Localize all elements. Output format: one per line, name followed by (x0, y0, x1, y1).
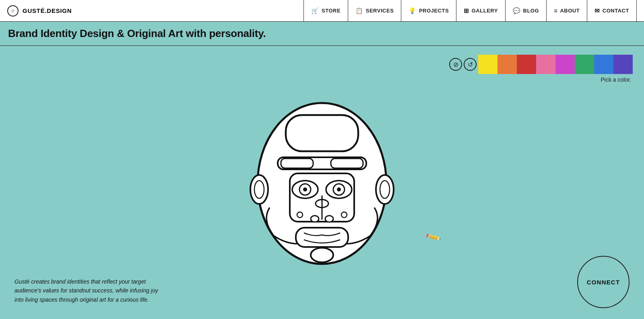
nav-projects[interactable]: 💡 PROJECTS (401, 0, 456, 22)
swatch-green[interactable] (575, 55, 594, 74)
svg-point-16 (297, 212, 303, 218)
navbar: ○ GUSTÉ.DESIGN 🛒 STORE 📋 SERVICES 💡 PROJ… (0, 0, 644, 22)
contact-icon: ✉ (594, 7, 600, 14)
reset-color-button[interactable]: ↺ (464, 58, 477, 71)
svg-point-9 (303, 187, 307, 191)
blog-icon: 💬 (513, 7, 521, 14)
svg-rect-1 (286, 115, 358, 151)
swatch-yellow[interactable] (478, 55, 497, 74)
logo-area: ○ GUSTÉ.DESIGN (7, 5, 72, 16)
color-controls: ⊘ ↺ (449, 55, 633, 74)
swatch-red[interactable] (517, 55, 536, 74)
nav-links: 🛒 STORE 📋 SERVICES 💡 PROJECTS ⊞ GALLERY … (303, 0, 637, 21)
svg-point-11 (337, 187, 341, 191)
tagline-bar: Brand Identity Design & Original Art wit… (0, 22, 644, 46)
svg-rect-4 (331, 158, 363, 168)
svg-point-23 (380, 181, 390, 198)
svg-point-21 (254, 181, 264, 198)
face-illustration (237, 71, 407, 296)
nav-gallery[interactable]: ⊞ GALLERY (456, 0, 505, 22)
nav-blog[interactable]: 💬 BLOG (505, 0, 546, 22)
store-icon: 🛒 (311, 7, 319, 14)
color-swatches (478, 55, 633, 74)
connect-button[interactable]: CONNECT (577, 256, 630, 308)
about-icon: ≡ (554, 7, 557, 14)
pencil-cursor-icon: ✏️ (424, 228, 442, 246)
services-icon: 📋 (355, 7, 363, 14)
nav-contact[interactable]: ✉ CONTACT (587, 0, 637, 22)
nav-about[interactable]: ≡ ABOUT (546, 0, 587, 22)
svg-point-17 (341, 212, 347, 218)
nav-store[interactable]: 🛒 STORE (303, 0, 348, 22)
projects-icon: 💡 (409, 7, 417, 14)
hero-section: ⊘ ↺ Pick a color. (0, 46, 644, 319)
swatch-blue[interactable] (594, 55, 613, 74)
no-color-button[interactable]: ⊘ (449, 58, 462, 71)
brand-name: GUSTÉ.DESIGN (23, 7, 72, 14)
tagline: Brand Identity Design & Original Art wit… (8, 27, 636, 40)
pick-color-label: Pick a color. (601, 76, 631, 83)
svg-point-19 (311, 248, 333, 262)
nav-services[interactable]: 📋 SERVICES (348, 0, 401, 22)
swatch-purple[interactable] (613, 55, 633, 74)
svg-point-14 (311, 216, 319, 222)
svg-rect-18 (296, 228, 348, 247)
logo-icon: ○ (7, 5, 19, 16)
svg-point-15 (325, 216, 333, 222)
swatch-pink[interactable] (536, 55, 555, 74)
gallery-icon: ⊞ (464, 7, 469, 14)
swatch-magenta[interactable] (555, 55, 575, 74)
hero-description: Gusté creates brand identities that refl… (14, 277, 167, 304)
color-picker-area: ⊘ ↺ Pick a color. (449, 55, 633, 83)
svg-rect-3 (281, 158, 313, 168)
swatch-orange[interactable] (497, 55, 517, 74)
